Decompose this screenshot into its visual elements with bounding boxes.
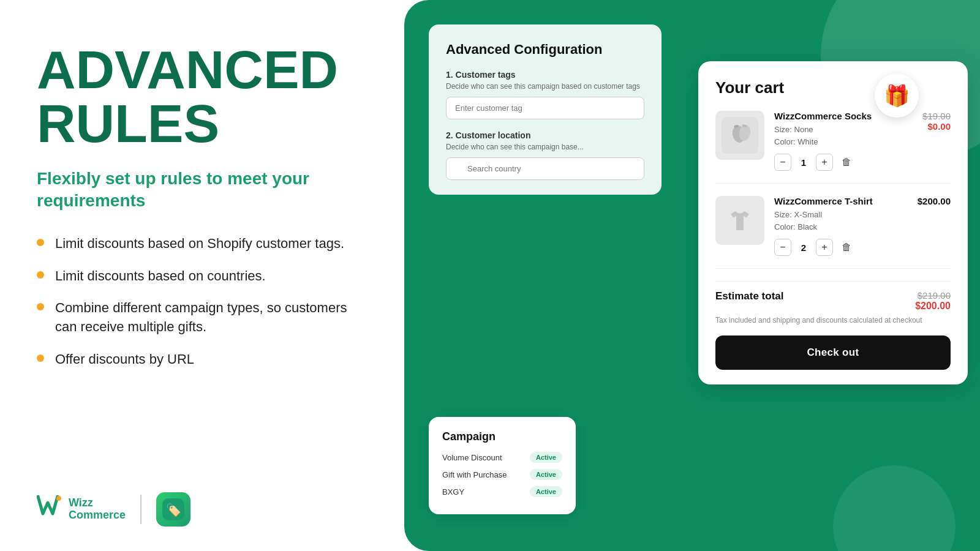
config-section1-desc: Decide who can see this campaign based o… bbox=[446, 82, 644, 91]
config-card: Advanced Configuration 1. Customer tags … bbox=[429, 24, 662, 195]
campaign-name: Gift with Purchase bbox=[442, 470, 507, 479]
campaign-row: Gift with Purchase Active bbox=[442, 469, 562, 480]
socks-details: WizzCommerce Socks Size: None Color: Whi… bbox=[774, 111, 892, 171]
search-wrapper: 🔍 bbox=[446, 157, 644, 180]
tshirt-price: $200.00 bbox=[902, 196, 951, 206]
estimate-discounted: $200.00 bbox=[915, 301, 951, 312]
tshirt-meta: Size: X-Small Color: Black bbox=[774, 209, 892, 233]
socks-delete-icon[interactable]: 🗑 bbox=[842, 157, 851, 168]
tshirt-image bbox=[715, 196, 764, 245]
list-item: Limit discounts based on countries. bbox=[37, 267, 368, 286]
socks-image bbox=[715, 111, 764, 160]
left-panel: ADVANCED RULES Flexibly set up rules to … bbox=[0, 0, 404, 551]
socks-quantity: 1 bbox=[797, 157, 810, 168]
config-card-title: Advanced Configuration bbox=[446, 42, 644, 58]
logo-divider bbox=[140, 495, 141, 524]
campaign-row: BXGY Active bbox=[442, 486, 562, 497]
tshirt-decrease-button[interactable]: − bbox=[774, 239, 791, 256]
estimate-row: Estimate total $219.00 $200.00 bbox=[715, 290, 951, 312]
estimate-original: $219.00 bbox=[915, 290, 951, 301]
bullet-dot bbox=[37, 354, 44, 362]
app-badge-icon: 🏷️ bbox=[156, 492, 190, 527]
logo-w-icon bbox=[37, 495, 62, 524]
campaign-badge: Active bbox=[530, 469, 562, 480]
tshirt-normal-price: $200.00 bbox=[902, 196, 951, 206]
bullet-dot bbox=[37, 303, 44, 310]
svg-point-0 bbox=[56, 496, 61, 501]
campaign-name: BXGY bbox=[442, 487, 464, 497]
checkout-button[interactable]: Check out bbox=[715, 335, 951, 370]
svg-text:🏷️: 🏷️ bbox=[166, 503, 181, 517]
footer-logos: Wizz Commerce 🏷️ bbox=[37, 492, 368, 527]
page-title: ADVANCED RULES bbox=[37, 43, 368, 151]
tshirt-increase-button[interactable]: + bbox=[816, 239, 833, 256]
cart-item-tshirt: WizzCommerce T-shirt Size: X-Small Color… bbox=[715, 196, 951, 269]
config-section2-title: 2. Customer location bbox=[446, 130, 644, 140]
subtitle: Flexibly set up rules to meet your requi… bbox=[37, 168, 368, 212]
tax-note: Tax included and shipping and discounts … bbox=[715, 315, 951, 326]
socks-name: WizzCommerce Socks bbox=[774, 111, 892, 121]
customer-tag-input[interactable] bbox=[446, 97, 644, 119]
socks-discounted-price: $0.00 bbox=[902, 121, 951, 132]
cart-card: Your cart WizzCommerce Socks Size: None … bbox=[698, 61, 968, 384]
estimate-prices: $219.00 $200.00 bbox=[915, 290, 951, 312]
socks-decrease-button[interactable]: − bbox=[774, 154, 791, 171]
list-item: Limit discounts based on Shopify custome… bbox=[37, 234, 368, 253]
wizzcommerce-logo: Wizz Commerce bbox=[37, 495, 126, 524]
bullet-dot bbox=[37, 239, 44, 246]
cart-item-socks: WizzCommerce Socks Size: None Color: Whi… bbox=[715, 111, 951, 184]
left-content: ADVANCED RULES Flexibly set up rules to … bbox=[37, 43, 368, 383]
estimate-label: Estimate total bbox=[715, 290, 783, 302]
bullet-list: Limit discounts based on Shopify custome… bbox=[37, 234, 368, 369]
right-panel: 🎁 Advanced Configuration 1. Customer tag… bbox=[404, 0, 980, 551]
tshirt-name: WizzCommerce T-shirt bbox=[774, 196, 892, 206]
campaign-badge: Active bbox=[530, 452, 562, 463]
list-item: Combine different campaign types, so cus… bbox=[37, 299, 368, 337]
tshirt-details: WizzCommerce T-shirt Size: X-Small Color… bbox=[774, 196, 892, 256]
socks-controls: − 1 + 🗑 bbox=[774, 154, 892, 171]
socks-meta: Size: None Color: White bbox=[774, 124, 892, 148]
config-section1-title: 1. Customer tags bbox=[446, 70, 644, 80]
campaign-name: Volume Discount bbox=[442, 453, 502, 462]
country-search-input[interactable] bbox=[446, 157, 644, 180]
list-item: Offer discounts by URL bbox=[37, 350, 368, 369]
socks-price: $19.00 $0.00 bbox=[902, 111, 951, 132]
gift-icon: 🎁 bbox=[875, 73, 919, 118]
logo-text: Wizz Commerce bbox=[69, 497, 126, 522]
bullet-dot bbox=[37, 271, 44, 279]
campaign-card: Campaign Volume Discount Active Gift wit… bbox=[429, 417, 576, 514]
tshirt-controls: − 2 + 🗑 bbox=[774, 239, 892, 256]
campaign-card-title: Campaign bbox=[442, 430, 562, 443]
tshirt-delete-icon[interactable]: 🗑 bbox=[842, 242, 851, 253]
campaign-badge: Active bbox=[530, 486, 562, 497]
estimate-section: Estimate total $219.00 $200.00 Tax inclu… bbox=[715, 281, 951, 370]
config-section2-desc: Decide who can see this campaign base... bbox=[446, 143, 644, 151]
campaign-row: Volume Discount Active bbox=[442, 452, 562, 463]
tshirt-quantity: 2 bbox=[797, 242, 810, 253]
socks-increase-button[interactable]: + bbox=[816, 154, 833, 171]
